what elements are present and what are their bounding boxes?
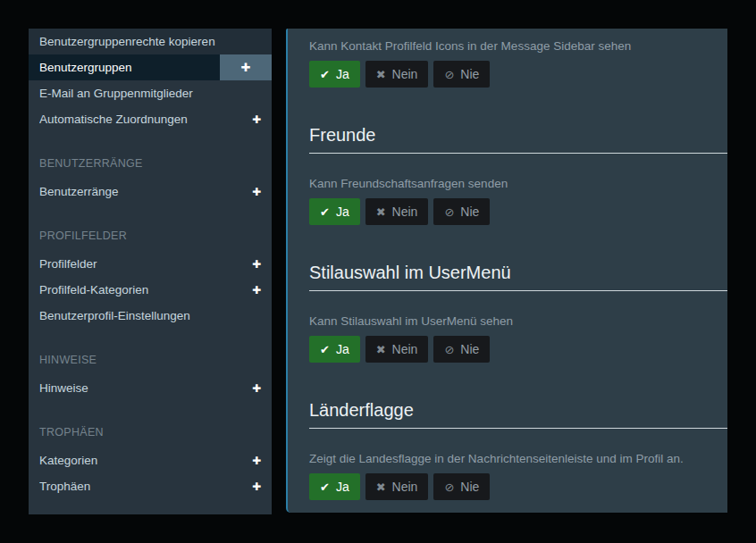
button-label: Ja — [336, 67, 349, 81]
plus-icon[interactable]: ✚ — [252, 187, 261, 197]
permission-label: Kann Freundschaftsanfragen senden — [309, 175, 706, 192]
nie-button[interactable]: ⊘Nie — [433, 198, 490, 225]
permission-label: Zeigt die Landesflagge in der Nachrichte… — [309, 450, 706, 467]
sidebar-item-label: Profilfeld-Kategorien — [39, 283, 252, 297]
check-icon: ✔ — [320, 344, 330, 355]
button-label: Nie — [460, 480, 479, 494]
check-icon: ✔ — [320, 69, 330, 80]
nie-button[interactable]: ⊘Nie — [433, 336, 490, 363]
button-label: Nein — [392, 480, 418, 494]
sidebar-group-header-profilfelder: PROFILFELDER — [29, 229, 272, 243]
plus-icon: ✚ — [241, 62, 251, 73]
permission-section: Stilauswahl im UserMenü Kann Stilauswahl… — [309, 263, 706, 363]
plus-icon[interactable]: ✚ — [252, 259, 261, 270]
choice-group: ✔Ja ✖Nein ⊘Nie — [309, 336, 706, 363]
cross-icon: ✖ — [376, 206, 386, 218]
permission-section: Länderflagge Zeigt die Landesflagge in d… — [309, 400, 706, 500]
sidebar-item-benutzerprofil-einstellungen[interactable]: Benutzerprofil-Einstellungen — [29, 303, 272, 329]
button-label: Nein — [392, 205, 418, 219]
ban-icon: ⊘ — [444, 344, 454, 355]
nie-button[interactable]: ⊘Nie — [433, 473, 490, 500]
nein-button[interactable]: ✖Nein — [365, 61, 429, 88]
plus-icon[interactable]: ✚ — [252, 383, 261, 394]
ban-icon: ⊘ — [444, 481, 454, 493]
permission-label: Kann Stilauswahl im UserMenü sehen — [309, 313, 706, 330]
button-label: Ja — [336, 205, 349, 219]
button-label: Nein — [392, 67, 418, 81]
ja-button[interactable]: ✔Ja — [309, 336, 360, 363]
sidebar-group-header-benutzerraenge: BENUTZERRÄNGE — [29, 156, 272, 171]
sidebar-item-label: Benutzergruppen — [39, 61, 220, 74]
cross-icon: ✖ — [376, 344, 386, 355]
sidebar-item-label: Automatische Zuordnungen — [39, 113, 252, 126]
sidebar-group-header-hinweise: HINWEISE — [29, 353, 272, 367]
sidebar-item-benutzergruppenrechte-kopieren[interactable]: Benutzergruppenrechte kopieren — [29, 29, 272, 54]
choice-group: ✔Ja ✖Nein ⊘Nie — [309, 61, 706, 88]
sidebar-item-benutzergruppen[interactable]: Benutzergruppen ✚ — [29, 54, 272, 80]
check-icon: ✔ — [320, 206, 330, 218]
sidebar-item-label: Profilfelder — [39, 257, 252, 271]
sidebar-menu: Benutzergruppenrechte kopieren Benutzerg… — [29, 29, 272, 514]
sidebar-item-hinweise[interactable]: Hinweise ✚ — [29, 375, 272, 401]
ban-icon: ⊘ — [444, 69, 454, 80]
sidebar-item-trophaeen[interactable]: Trophäen ✚ — [29, 473, 272, 499]
sidebar-item-label: Hinweise — [39, 381, 252, 395]
plus-icon[interactable]: ✚ — [252, 455, 261, 466]
button-label: Nein — [392, 342, 418, 356]
permissions-panel: Kann Kontakt Profilfeld Icons in der Mes… — [286, 29, 727, 513]
button-label: Nie — [460, 205, 479, 219]
permission-label: Kann Kontakt Profilfeld Icons in der Mes… — [309, 38, 706, 54]
cross-icon: ✖ — [376, 69, 386, 80]
sidebar-item-automatische-zuordnungen[interactable]: Automatische Zuordnungen ✚ — [29, 106, 272, 132]
nein-button[interactable]: ✖Nein — [365, 198, 429, 225]
sidebar-item-benutzerraenge[interactable]: Benutzerränge ✚ — [29, 179, 272, 205]
sidebar-group-header-trophaeen: TROPHÄEN — [29, 425, 272, 439]
permission-section: Freunde Kann Freundschaftsanfragen sende… — [309, 125, 706, 225]
sidebar-item-label: Kategorien — [39, 454, 252, 467]
check-icon: ✔ — [320, 481, 330, 493]
sidebar-item-profilfeld-kategorien[interactable]: Profilfeld-Kategorien ✚ — [29, 277, 272, 303]
ja-button[interactable]: ✔Ja — [309, 473, 360, 500]
nein-button[interactable]: ✖Nein — [365, 473, 429, 500]
nie-button[interactable]: ⊘Nie — [433, 61, 490, 88]
sidebar-item-label: Benutzerprofil-Einstellungen — [39, 309, 261, 322]
button-label: Nie — [460, 342, 479, 356]
button-label: Ja — [336, 480, 349, 494]
button-label: Nie — [460, 67, 479, 81]
expand-button[interactable]: ✚ — [220, 54, 272, 80]
permission-section: Kann Kontakt Profilfeld Icons in der Mes… — [309, 29, 706, 88]
button-label: Ja — [336, 342, 349, 356]
section-heading: Freunde — [309, 125, 727, 154]
sidebar-item-label: Benutzergruppenrechte kopieren — [39, 35, 261, 48]
ja-button[interactable]: ✔Ja — [309, 61, 360, 88]
sidebar-item-kategorien[interactable]: Kategorien ✚ — [29, 447, 272, 473]
choice-group: ✔Ja ✖Nein ⊘Nie — [309, 473, 706, 500]
sidebar-item-label: E-Mail an Gruppenmitglieder — [39, 87, 261, 100]
sidebar-item-label: Benutzerränge — [39, 185, 252, 198]
admin-panel: { "colors": { "page_bg": "#040607", "sid… — [0, 0, 756, 543]
sidebar-item-profilfelder[interactable]: Profilfelder ✚ — [29, 251, 272, 277]
cross-icon: ✖ — [376, 481, 386, 493]
plus-icon[interactable]: ✚ — [252, 285, 261, 296]
nein-button[interactable]: ✖Nein — [365, 336, 429, 363]
ban-icon: ⊘ — [444, 206, 454, 218]
sidebar-item-label: Trophäen — [39, 480, 252, 493]
plus-icon[interactable]: ✚ — [252, 114, 261, 125]
ja-button[interactable]: ✔Ja — [309, 198, 360, 225]
section-heading: Stilauswahl im UserMenü — [309, 263, 727, 291]
plus-icon[interactable]: ✚ — [252, 481, 261, 492]
sidebar-item-email-an-gruppenmitglieder[interactable]: E-Mail an Gruppenmitglieder — [29, 80, 272, 106]
section-heading: Länderflagge — [309, 400, 727, 429]
choice-group: ✔Ja ✖Nein ⊘Nie — [309, 198, 706, 225]
